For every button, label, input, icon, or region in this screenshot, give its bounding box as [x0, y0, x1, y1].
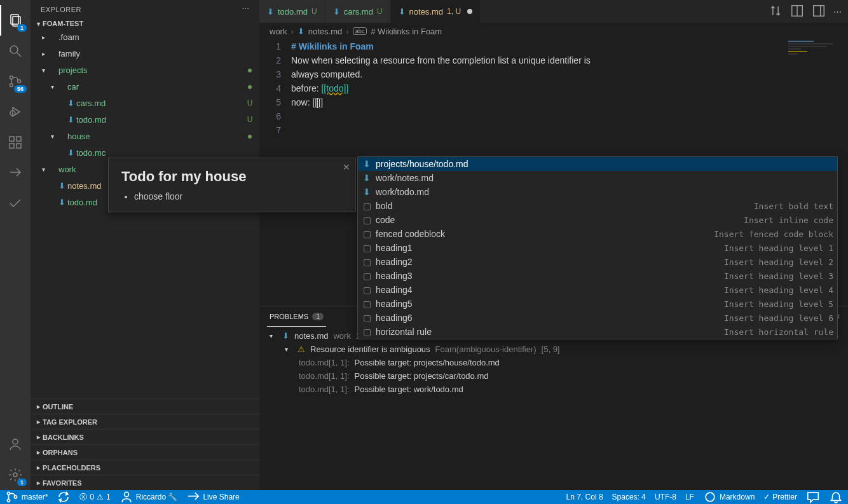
- problem-diagnostic-row[interactable]: ▾ ⚠ Resource identifier is ambiguous Foa…: [267, 343, 840, 356]
- tree-folder[interactable]: ▾house: [31, 128, 259, 144]
- problem-related-row[interactable]: todo.md[1, 1]: Possible target: projects…: [267, 356, 840, 369]
- file-icon: ⬇: [362, 159, 372, 169]
- editor-tab[interactable]: ⬇todo.mdU: [259, 0, 325, 23]
- activity-debug[interactable]: [0, 97, 31, 127]
- sidebar-section-placeholders[interactable]: ▸PLACEHOLDERS: [31, 460, 259, 475]
- suggest-item[interactable]: ▢horizontal ruleInsert horizontal rule: [358, 325, 837, 339]
- activity-search[interactable]: [0, 36, 31, 66]
- close-icon[interactable]: ✕: [343, 162, 350, 172]
- breadcrumb[interactable]: work › ⬇ notes.md › abc # Wikilinks in F…: [259, 23, 848, 39]
- breadcrumb-part[interactable]: notes.md: [308, 27, 342, 36]
- status-branch[interactable]: master*: [5, 490, 48, 504]
- diagnostic-pos: [5, 9]: [542, 344, 560, 354]
- editor-tab[interactable]: ⬇cars.mdU: [325, 0, 391, 23]
- suggest-item[interactable]: ⬇work/notes.md: [358, 171, 837, 185]
- tree-file[interactable]: ⬇todo.mdU: [31, 111, 259, 128]
- file-icon: ⬇: [362, 173, 372, 183]
- tree-folder[interactable]: ▾projects: [31, 62, 259, 78]
- svg-point-14: [13, 473, 17, 477]
- status-cursor[interactable]: Ln 7, Col 8: [566, 493, 603, 501]
- tree-folder[interactable]: ▸family: [31, 45, 259, 62]
- related-file: todo.md[1, 1]:: [299, 371, 350, 381]
- status-feedback[interactable]: [806, 490, 820, 504]
- suggest-item[interactable]: ▢heading1Insert heading level 1: [358, 241, 837, 255]
- activity-extensions[interactable]: [0, 127, 31, 158]
- status-sync[interactable]: [57, 490, 71, 504]
- sidebar-section-favorites[interactable]: ▸FAVORITES: [31, 475, 259, 490]
- snippet-icon: ▢: [362, 229, 372, 239]
- panel-tab-problems[interactable]: PROBLEMS 1: [267, 306, 326, 327]
- sidebar-section-outline[interactable]: ▸OUTLINE: [31, 398, 259, 414]
- status-eol[interactable]: LF: [685, 493, 694, 501]
- suggest-item[interactable]: ▢heading6Insert heading level 6: [358, 311, 837, 325]
- status-problems[interactable]: ⓧ 0 ⚠ 1: [79, 492, 110, 503]
- heading-icon: abc: [353, 27, 367, 35]
- tree-folder[interactable]: ▸.foam: [31, 29, 259, 45]
- compare-icon[interactable]: [769, 4, 783, 20]
- suggest-item[interactable]: ⬇projects/house/todo.md: [358, 157, 837, 171]
- suggest-label: bold: [376, 201, 750, 211]
- activity-explorer[interactable]: 1: [0, 5, 31, 36]
- status-lang[interactable]: Markdown: [703, 490, 755, 504]
- editor-tab[interactable]: ⬇notes.md1, U: [391, 0, 481, 23]
- tree-folder[interactable]: ▾car: [31, 78, 259, 95]
- svg-point-5: [10, 84, 13, 87]
- suggest-doc: Insert bold text: [754, 201, 833, 211]
- sidebar-section-orphans[interactable]: ▸ORPHANS: [31, 444, 259, 460]
- svg-line-3: [17, 53, 21, 57]
- activity-account[interactable]: [0, 429, 31, 460]
- svg-point-20: [7, 499, 10, 501]
- tree-item-label: .foam: [58, 32, 245, 42]
- sidebar-section-backlinks[interactable]: ▸BACKLINKS: [31, 429, 259, 444]
- tab-suffix: U: [377, 7, 383, 16]
- status-bell[interactable]: [829, 490, 843, 504]
- suggest-item[interactable]: ▢fenced codeblockInsert fenced code bloc…: [358, 227, 837, 241]
- layout-icon[interactable]: [812, 4, 826, 20]
- status-encoding[interactable]: UTF-8: [655, 493, 676, 501]
- svg-point-4: [10, 76, 13, 79]
- activity-liveshare[interactable]: [0, 158, 31, 188]
- related-msg: Possible target: work/todo.md: [355, 385, 463, 394]
- tree-file[interactable]: ⬇cars.mdU: [31, 95, 259, 111]
- suggest-label: horizontal rule: [376, 327, 720, 337]
- activity-scm[interactable]: 56: [0, 66, 31, 97]
- chevron-right-icon: ▸: [37, 464, 40, 471]
- suggest-item[interactable]: ▢codeInsert inline code: [358, 213, 837, 227]
- status-spaces[interactable]: Spaces: 4: [612, 493, 646, 501]
- suggest-doc: Insert heading level 2: [724, 257, 833, 267]
- svg-rect-12: [17, 137, 21, 141]
- suggest-item[interactable]: ⬇work/todo.md: [358, 185, 837, 199]
- suggest-item[interactable]: ▢boldInsert bold text: [358, 199, 837, 213]
- status-liveshare[interactable]: Live Share: [186, 490, 239, 504]
- sidebar-title: EXPLORER: [41, 6, 81, 13]
- svg-point-2: [10, 46, 18, 53]
- problem-related-row[interactable]: todo.md[1, 1]: Possible target: work/tod…: [267, 383, 840, 396]
- folder-root-header[interactable]: ▾ FOAM-TEST: [31, 18, 259, 29]
- status-user[interactable]: Riccardo 🔧: [120, 490, 178, 504]
- sidebar-more-icon[interactable]: ⋯: [242, 5, 250, 13]
- suggest-item[interactable]: ▢heading5Insert heading level 5: [358, 297, 837, 311]
- chevron-icon: ▾: [48, 83, 56, 90]
- markdown-icon: ⬇: [267, 7, 274, 17]
- related-file: todo.md[1, 1]:: [299, 358, 350, 367]
- activity-testing[interactable]: [0, 188, 31, 219]
- breadcrumb-part[interactable]: # Wikilinks in Foam: [371, 27, 442, 36]
- suggest-widget: ⬇projects/house/todo.md⬇work/notes.md⬇wo…: [357, 156, 838, 339]
- svg-point-6: [18, 80, 21, 83]
- split-icon[interactable]: [790, 4, 804, 20]
- svg-rect-11: [17, 144, 21, 148]
- problems-count: 1: [312, 313, 324, 320]
- problem-related-row[interactable]: todo.md[1, 1]: Possible target: projects…: [267, 369, 840, 383]
- suggest-item[interactable]: ▢heading3Insert heading level 3: [358, 269, 837, 283]
- status-prettier[interactable]: ✓ Prettier: [763, 493, 797, 501]
- activity-settings[interactable]: 1: [0, 460, 31, 490]
- tab-actions: ⋯: [762, 0, 848, 23]
- tree-item-label: todo.mc: [76, 148, 245, 158]
- breadcrumb-part[interactable]: work: [270, 27, 287, 36]
- suggest-doc: Insert heading level 1: [724, 243, 833, 253]
- suggest-item[interactable]: ▢heading2Insert heading level 2: [358, 255, 837, 269]
- sidebar-section-tag-explorer[interactable]: ▸TAG EXPLORER: [31, 414, 259, 429]
- more-icon[interactable]: ⋯: [833, 7, 842, 17]
- suggest-item[interactable]: ▢heading4Insert heading level 4: [358, 283, 837, 297]
- tab-suffix: 1, U: [447, 7, 461, 16]
